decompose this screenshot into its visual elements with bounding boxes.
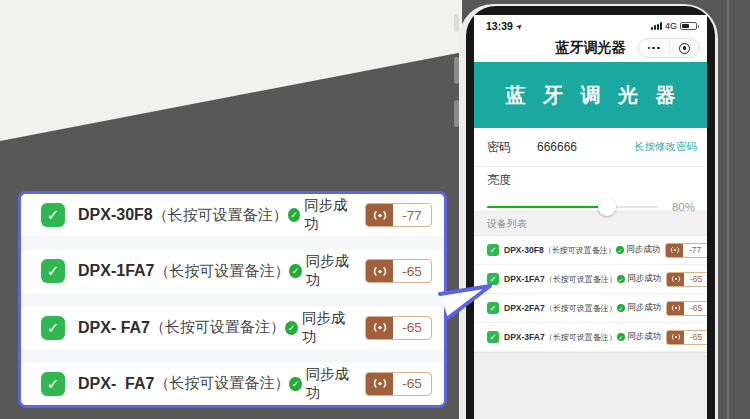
- brightness-slider[interactable]: [487, 198, 659, 216]
- password-value: 666666: [537, 140, 577, 154]
- brightness-label: 亮度: [487, 172, 697, 189]
- banner-title: 蓝 牙 调 光 器: [499, 82, 681, 109]
- device-name: DPX-2FA7: [504, 303, 545, 313]
- rssi-badge: -65: [365, 372, 432, 396]
- device-checkbox[interactable]: ✓: [487, 331, 499, 343]
- device-name: DPX-30F8: [504, 245, 544, 255]
- sync-status: ✓ 同步成功: [288, 196, 356, 234]
- device-note: （长按可设置备注）: [154, 262, 289, 281]
- rssi-antenna-icon: [666, 244, 683, 257]
- device-checkbox[interactable]: ✓: [487, 244, 499, 256]
- check-circle-icon: ✓: [617, 333, 626, 342]
- background-divider-line: [727, 0, 729, 419]
- more-dots-icon: [648, 47, 660, 50]
- phone-mockup: 13:39 ➤ 4G 蓝牙调光器 蓝 牙 调 光 器: [459, 4, 718, 419]
- rssi-value: -65: [684, 273, 707, 286]
- close-minimize-button[interactable]: [670, 39, 700, 57]
- device-row[interactable]: ✓ DPX-3FA7 （长按可设置备注） ✓ 同步成功 -65: [474, 323, 707, 352]
- device-checkbox-icon: ✓: [41, 316, 65, 340]
- sync-status: ✓ 同步成功: [285, 309, 356, 347]
- miniprogram-capsule: [638, 38, 700, 58]
- device-note: （长按可设置备注）: [154, 374, 289, 393]
- screen-empty-area: [474, 352, 707, 419]
- rssi-badge: -65: [666, 330, 707, 345]
- app-banner: 蓝 牙 调 光 器: [474, 62, 707, 128]
- password-row: 密码 666666 长按修改密码: [474, 128, 707, 167]
- sync-status: ✓ 同步成功: [617, 273, 662, 285]
- sync-status: ✓ 同步成功: [289, 252, 356, 290]
- status-bar: 13:39 ➤ 4G: [474, 15, 707, 34]
- brightness-section: 亮度 80%: [474, 167, 707, 211]
- device-note: （长按可设置备注）: [545, 303, 617, 314]
- change-password-link[interactable]: 长按修改密码: [634, 140, 697, 154]
- rssi-badge: -65: [666, 301, 707, 316]
- rssi-badge: -77: [365, 203, 432, 227]
- device-name: DPX- FA7: [78, 319, 150, 337]
- callout-device-row: ✓ DPX-30F8 （长按可设置备注） ✓ 同步成功 -77: [21, 194, 444, 236]
- background-diagonal: [0, 0, 462, 141]
- battery-icon: [680, 22, 697, 31]
- callout-device-row: ✓ DPX- FA7 （长按可设置备注） ✓ 同步成功 -65: [21, 307, 444, 349]
- rssi-antenna-icon: [667, 331, 684, 344]
- check-circle-icon: ✓: [289, 377, 301, 391]
- device-note: （长按可设置备注）: [153, 206, 288, 225]
- check-circle-icon: ✓: [285, 321, 298, 335]
- phone-screen: 13:39 ➤ 4G 蓝牙调光器 蓝 牙 调 光 器: [474, 15, 707, 419]
- device-checkbox-icon: ✓: [41, 372, 65, 396]
- callout-device-row: ✓ DPX- FA7 （长按可设置备注） ✓ 同步成功 -65: [21, 363, 444, 405]
- rssi-value: -77: [683, 244, 707, 257]
- check-circle-icon: ✓: [617, 304, 626, 313]
- zoom-callout-panel: ✓ DPX-30F8 （长按可设置备注） ✓ 同步成功 -77 ✓ DPX-1F…: [18, 191, 447, 408]
- device-name: DPX-1FA7: [504, 274, 545, 284]
- device-name: DPX-3FA7: [504, 332, 545, 342]
- device-checkbox-icon: ✓: [41, 203, 65, 227]
- rssi-badge: -65: [365, 316, 432, 340]
- more-menu-button[interactable]: [639, 39, 669, 57]
- device-note: （长按可设置备注）: [545, 274, 617, 285]
- check-circle-icon: ✓: [289, 264, 301, 278]
- device-row[interactable]: ✓ DPX-1FA7 （长按可设置备注） ✓ 同步成功 -65: [474, 265, 707, 294]
- signal-strength-icon: [651, 22, 662, 30]
- rssi-value: -65: [393, 317, 431, 339]
- rssi-badge: -65: [666, 272, 707, 287]
- slider-fill: [487, 206, 607, 208]
- device-row[interactable]: ✓ DPX-30F8 （长按可设置备注） ✓ 同步成功 -77: [474, 236, 707, 265]
- sync-status: ✓ 同步成功: [617, 331, 662, 343]
- rssi-antenna-icon: [667, 302, 684, 315]
- check-circle-icon: ✓: [616, 246, 625, 255]
- nav-bar: 蓝牙调光器: [474, 34, 707, 62]
- rssi-value: -77: [393, 204, 431, 226]
- location-arrow-icon: ➤: [514, 20, 525, 31]
- rssi-antenna-icon: [366, 317, 393, 339]
- password-label: 密码: [487, 139, 511, 156]
- device-note: （长按可设置备注）: [150, 318, 285, 337]
- device-note: （长按可设置备注）: [545, 332, 617, 343]
- check-circle-icon: ✓: [617, 275, 626, 284]
- rssi-value: -65: [684, 302, 707, 315]
- device-name: DPX-1FA7: [78, 262, 154, 280]
- phone-mute-switch: [454, 14, 459, 32]
- callout-pointer-arrow: [438, 274, 496, 324]
- phone-frame: 13:39 ➤ 4G 蓝牙调光器 蓝 牙 调 光 器: [466, 6, 715, 419]
- rssi-badge: -65: [365, 259, 432, 283]
- sync-status: ✓ 同步成功: [617, 302, 662, 314]
- device-note: （长按可设置备注）: [544, 245, 616, 256]
- page-title: 蓝牙调光器: [556, 39, 626, 57]
- rssi-antenna-icon: [366, 204, 393, 226]
- rssi-value: -65: [393, 373, 431, 395]
- rssi-antenna-icon: [366, 260, 393, 282]
- device-checkbox-icon: ✓: [41, 259, 65, 283]
- device-name: DPX-30F8: [78, 206, 153, 224]
- target-circle-icon: [679, 43, 690, 54]
- callout-device-row: ✓ DPX-1FA7 （长按可设置备注） ✓ 同步成功 -65: [21, 250, 444, 292]
- network-type-label: 4G: [665, 21, 677, 31]
- rssi-antenna-icon: [667, 273, 684, 286]
- rssi-antenna-icon: [366, 373, 393, 395]
- rssi-badge: -77: [665, 243, 707, 258]
- sync-status: ✓ 同步成功: [289, 365, 356, 403]
- sync-status: ✓ 同步成功: [616, 244, 661, 256]
- slider-knob[interactable]: [598, 198, 616, 216]
- rssi-value: -65: [684, 331, 707, 344]
- device-row[interactable]: ✓ DPX-2FA7 （长按可设置备注） ✓ 同步成功 -65: [474, 294, 707, 323]
- status-time: 13:39 ➤: [486, 20, 523, 32]
